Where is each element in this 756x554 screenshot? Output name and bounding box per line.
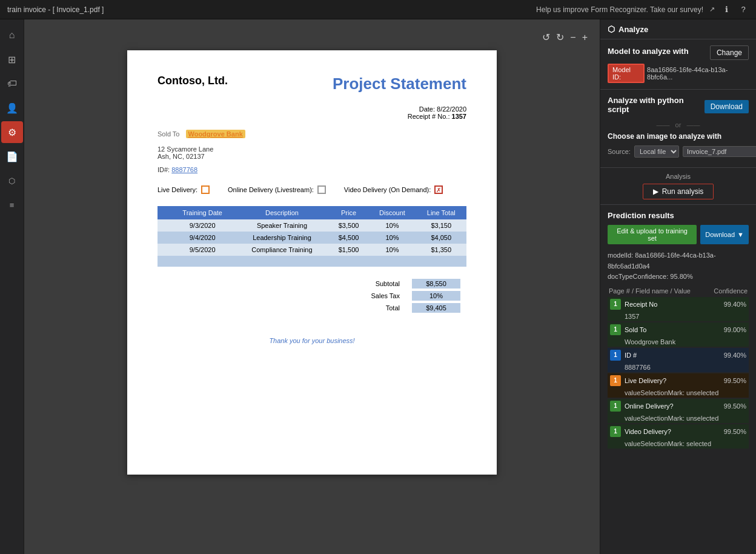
download-script-button[interactable]: Download	[705, 100, 749, 113]
doc-toolbar: ↺ ↻ − +	[542, 32, 588, 43]
col-line-total: Line Total	[416, 206, 466, 219]
online-delivery-checkbox	[317, 185, 326, 194]
field-name: Live Delivery?	[625, 377, 724, 384]
sold-to-label: Sold To	[158, 130, 180, 138]
info-icon[interactable]: ℹ	[721, 4, 732, 15]
field-value: valueSelectionMark: unselected	[608, 413, 749, 423]
rotate-btn[interactable]: ↻	[556, 32, 564, 43]
address-block: 12 Sycamore Lane Ash, NC, 02137	[158, 145, 466, 160]
table-header-row: Training Date Description Price Discount…	[158, 206, 466, 219]
thank-you-text: Thank you for your business!	[158, 337, 466, 344]
page-badge: 1	[610, 426, 621, 437]
result-row: 1 Live Delivery? 99.50%	[608, 373, 749, 388]
live-delivery-label: Live Delivery:	[158, 186, 197, 193]
price-1: $3,500	[329, 219, 369, 232]
tax-row: Sales Tax 10%	[363, 291, 460, 301]
col-discount: Discount	[369, 206, 416, 219]
invoice-header: Contoso, Ltd. Project Statement	[158, 75, 466, 93]
page-badge: 1	[610, 324, 621, 335]
run-analysis-button[interactable]: ▶ Run analysis	[643, 184, 714, 199]
panel-header: ⬡ Analyze	[600, 19, 756, 39]
external-link-icon: ↗	[709, 5, 715, 13]
sidebar-icon-home[interactable]: ⌂	[1, 24, 23, 46]
sidebar-icon-connection[interactable]: ⬡	[1, 170, 23, 192]
row-icon	[158, 219, 170, 232]
topbar-title: train invoice - [ Invoice_1.pdf ]	[7, 5, 104, 14]
change-button[interactable]: Change	[710, 45, 749, 60]
sidebar: ⌂ ⊞ 🏷 👤 ⚙ 📄 ⬡ ≡	[0, 19, 24, 554]
result-row: 1 Online Delivery? 99.50%	[608, 399, 749, 413]
sidebar-icon-settings[interactable]: ⚙	[1, 121, 23, 143]
analysis-label: Analysis	[608, 173, 749, 180]
sidebar-icon-person[interactable]: 👤	[1, 97, 23, 119]
pred-download-button[interactable]: Download ▼	[700, 225, 749, 244]
col-price: Price	[329, 206, 369, 219]
line-total-2: $4,050	[416, 232, 466, 244]
upload-training-button[interactable]: Edit & upload to training set	[608, 225, 697, 244]
training-date-2: 9/4/2020	[170, 232, 235, 244]
row-icon	[158, 232, 170, 244]
result-item: 1 Receipt No 99.40% 1357	[608, 297, 749, 321]
result-row: 1 ID # 99.40%	[608, 348, 749, 362]
description-1: Speaker Training	[235, 219, 328, 232]
filename-input[interactable]	[683, 146, 756, 157]
col-training-date: Training Date	[170, 206, 235, 219]
sidebar-icon-table[interactable]: ≡	[1, 194, 23, 216]
doc-viewer[interactable]: ↺ ↻ − + Contoso, Ltd. Project Statement …	[24, 19, 600, 554]
confidence-value: 99.50%	[724, 428, 746, 435]
help-icon[interactable]: ?	[738, 4, 749, 15]
date-value: 8/22/2020	[437, 105, 466, 113]
receipt-value: 1357	[452, 113, 466, 120]
training-date-1: 9/3/2020	[170, 219, 235, 232]
project-statement-title: Project Statement	[333, 75, 466, 93]
col-icon	[158, 206, 170, 219]
invoice-document: Contoso, Ltd. Project Statement Date: 8/…	[127, 50, 497, 475]
discount-3: 10%	[369, 244, 416, 256]
source-select[interactable]: Local file	[634, 145, 679, 158]
sold-to-row: Sold To Woodgrove Bank	[158, 130, 466, 138]
col-page-header: Page # / Field name / Value	[609, 287, 691, 295]
table-row: 9/3/2020 Speaker Training $3,500 10% $3,…	[158, 219, 466, 232]
model-title: Model to analyze with	[608, 47, 689, 56]
python-header: Analyze with python script Download	[608, 96, 749, 118]
address-line1: 12 Sycamore Lane	[158, 145, 466, 153]
topbar: train invoice - [ Invoice_1.pdf ] Help u…	[0, 0, 756, 19]
sold-to-section: Sold To Woodgrove Bank 12 Sycamore Lane …	[158, 130, 466, 173]
python-section: Analyze with python script Download —— o…	[600, 90, 756, 168]
id-label: ID#:	[158, 166, 170, 173]
run-icon: ▶	[653, 187, 658, 196]
zoom-in-btn[interactable]: +	[582, 32, 588, 43]
survey-text: Help us improve Form Recognizer. Take ou…	[536, 5, 703, 14]
image-title: Choose an image to analyze with	[608, 132, 749, 141]
sidebar-icon-file[interactable]: 📄	[1, 145, 23, 167]
description-3: Compliance Training	[235, 244, 328, 256]
zoom-out-btn[interactable]: −	[570, 32, 575, 43]
col-confidence-header: Confidence	[714, 287, 748, 295]
content-area: ↺ ↻ − + Contoso, Ltd. Project Statement …	[24, 19, 756, 554]
live-delivery-item: Live Delivery:	[158, 185, 210, 194]
delivery-section: Live Delivery: Online Delivery (Livestre…	[158, 185, 466, 194]
refresh-btn[interactable]: ↺	[542, 32, 550, 43]
invoice-table: Training Date Description Price Discount…	[158, 206, 466, 267]
date-label: Date:	[419, 105, 435, 113]
training-date-3: 9/5/2020	[170, 244, 235, 256]
model-id-row: Model ID: 8aa16866-16fe-44ca-b13a-8bfc6a…	[608, 64, 749, 83]
address-line2: Ash, NC, 02137	[158, 153, 466, 160]
online-delivery-item: Online Delivery (Livestream):	[228, 185, 326, 194]
video-delivery-checkbox: ✗	[434, 185, 443, 194]
total-label: Total	[363, 304, 400, 312]
result-item: 1 Online Delivery? 99.50% valueSelection…	[608, 399, 749, 423]
video-delivery-item: Video Delivery (On Demand): ✗	[344, 185, 443, 194]
result-row: 1 Video Delivery? 99.50%	[608, 424, 749, 439]
receipt-label: Receipt # No.:	[408, 113, 450, 120]
price-3: $1,500	[329, 244, 369, 256]
discount-1: 10%	[369, 219, 416, 232]
sidebar-icon-tag[interactable]: 🏷	[1, 73, 23, 95]
sidebar-icon-layout[interactable]: ⊞	[1, 48, 23, 70]
main-layout: ⌂ ⊞ 🏷 👤 ⚙ 📄 ⬡ ≡ ↺ ↻ − + Contoso, Ltd. Pr…	[0, 19, 756, 554]
table-row-empty	[158, 256, 466, 267]
download-label: Download	[705, 231, 735, 238]
table-row: 9/4/2020 Leadership Training $4,500 10% …	[158, 232, 466, 244]
result-item: 1 Video Delivery? 99.50% valueSelectionM…	[608, 424, 749, 449]
description-2: Leadership Training	[235, 232, 328, 244]
